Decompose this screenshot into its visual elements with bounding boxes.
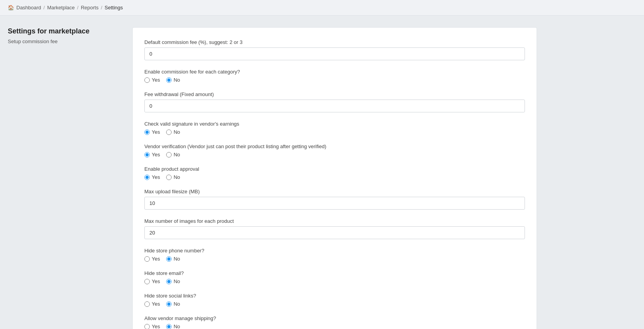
hide-store-email-yes[interactable]: Yes [144, 278, 160, 284]
commission-fee-input[interactable] [144, 47, 525, 60]
breadcrumb-marketplace-link[interactable]: Marketplace [47, 5, 75, 10]
enable-product-approval-yes-label: Yes [152, 174, 160, 180]
breadcrumb-home-link[interactable]: Dashboard [16, 5, 41, 10]
enable-product-approval-yes[interactable]: Yes [144, 174, 160, 180]
enable-product-approval-no-label: No [174, 174, 180, 180]
hide-store-social-yes[interactable]: Yes [144, 301, 160, 307]
check-valid-signature-no[interactable]: No [166, 129, 180, 135]
breadcrumb-current: Settings [105, 5, 123, 10]
hide-store-social-radios: Yes No [144, 301, 525, 307]
enable-product-approval-no-radio[interactable] [166, 175, 172, 180]
enable-commission-category-yes-label: Yes [152, 77, 160, 83]
hide-store-social-yes-radio[interactable] [144, 301, 150, 307]
allow-vendor-shipping-group: Allow vendor manage shipping? Yes No [144, 315, 525, 329]
check-valid-signature-yes[interactable]: Yes [144, 129, 160, 135]
breadcrumb-sep-1: / [44, 5, 45, 10]
enable-product-approval-label: Enable product approval [144, 166, 525, 172]
enable-product-approval-group: Enable product approval Yes No [144, 166, 525, 180]
enable-commission-category-radios: Yes No [144, 77, 525, 83]
enable-commission-category-label: Enable commission fee for each category? [144, 69, 525, 75]
max-upload-filesize-group: Max upload filesize (MB) [144, 189, 525, 210]
hide-store-social-no-label: No [174, 301, 180, 307]
vendor-verification-no-radio[interactable] [166, 152, 172, 158]
breadcrumb-sep-2: / [77, 5, 79, 10]
vendor-verification-label: Vendor verification (Vendor just can pos… [144, 144, 525, 149]
hide-store-social-yes-label: Yes [152, 301, 160, 307]
check-valid-signature-radios: Yes No [144, 129, 525, 135]
hide-store-social-no-radio[interactable] [166, 301, 172, 307]
fee-withdrawal-input[interactable] [144, 100, 525, 112]
breadcrumb-reports-link[interactable]: Reports [81, 5, 99, 10]
hide-store-phone-label: Hide store phone number? [144, 248, 525, 254]
allow-vendor-shipping-no-label: No [174, 324, 180, 329]
enable-commission-category-no[interactable]: No [166, 77, 180, 83]
hide-store-phone-yes-label: Yes [152, 256, 160, 262]
page-layout: Settings for marketplace Setup commissio… [0, 16, 545, 329]
hide-store-email-radios: Yes No [144, 278, 525, 284]
check-valid-signature-yes-radio[interactable] [144, 130, 150, 135]
allow-vendor-shipping-yes[interactable]: Yes [144, 324, 160, 329]
allow-vendor-shipping-no-radio[interactable] [166, 324, 172, 329]
allow-vendor-shipping-yes-radio[interactable] [144, 324, 150, 329]
enable-product-approval-radios: Yes No [144, 174, 525, 180]
max-images-group: Max number of images for each product [144, 218, 525, 239]
vendor-verification-yes-label: Yes [152, 152, 160, 158]
main-content: Default commission fee (%), suggest: 2 o… [132, 27, 537, 329]
vendor-verification-yes-radio[interactable] [144, 152, 150, 158]
sidebar: Settings for marketplace Setup commissio… [8, 27, 132, 329]
enable-commission-category-group: Enable commission fee for each category?… [144, 69, 525, 83]
hide-store-social-group: Hide store social links? Yes No [144, 293, 525, 307]
vendor-verification-radios: Yes No [144, 152, 525, 158]
hide-store-phone-radios: Yes No [144, 256, 525, 262]
fee-withdrawal-group: Fee withdrawal (Fixed amount) [144, 91, 525, 112]
hide-store-email-no-label: No [174, 278, 180, 284]
vendor-verification-no-label: No [174, 152, 180, 158]
max-images-input[interactable] [144, 226, 525, 239]
max-upload-filesize-input[interactable] [144, 197, 525, 210]
hide-store-email-yes-radio[interactable] [144, 279, 150, 284]
hide-store-phone-no-label: No [174, 256, 180, 262]
check-valid-signature-no-label: No [174, 129, 180, 135]
check-valid-signature-label: Check valid signature in vendor's earnin… [144, 121, 525, 127]
vendor-verification-yes[interactable]: Yes [144, 152, 160, 158]
vendor-verification-group: Vendor verification (Vendor just can pos… [144, 144, 525, 158]
enable-commission-category-yes-radio[interactable] [144, 77, 150, 83]
hide-store-phone-no-radio[interactable] [166, 256, 172, 262]
hide-store-email-label: Hide store email? [144, 270, 525, 276]
check-valid-signature-no-radio[interactable] [166, 130, 172, 135]
max-images-label: Max number of images for each product [144, 218, 525, 224]
enable-commission-category-yes[interactable]: Yes [144, 77, 160, 83]
allow-vendor-shipping-label: Allow vendor manage shipping? [144, 315, 525, 321]
sidebar-title: Settings for marketplace [8, 27, 117, 35]
hide-store-email-yes-label: Yes [152, 278, 160, 284]
max-upload-filesize-label: Max upload filesize (MB) [144, 189, 525, 194]
hide-store-email-no-radio[interactable] [166, 279, 172, 284]
enable-product-approval-no[interactable]: No [166, 174, 180, 180]
allow-vendor-shipping-no[interactable]: No [166, 324, 180, 329]
hide-store-email-group: Hide store email? Yes No [144, 270, 525, 284]
home-icon: 🏠 [8, 5, 14, 10]
sidebar-subtitle: Setup commission fee [8, 38, 117, 44]
vendor-verification-no[interactable]: No [166, 152, 180, 158]
hide-store-phone-yes-radio[interactable] [144, 256, 150, 262]
check-valid-signature-group: Check valid signature in vendor's earnin… [144, 121, 525, 135]
allow-vendor-shipping-yes-label: Yes [152, 324, 160, 329]
breadcrumb: 🏠 Dashboard / Marketplace / Reports / Se… [0, 0, 644, 16]
enable-commission-category-no-radio[interactable] [166, 77, 172, 83]
hide-store-social-label: Hide store social links? [144, 293, 525, 299]
enable-product-approval-yes-radio[interactable] [144, 175, 150, 180]
commission-fee-group: Default commission fee (%), suggest: 2 o… [144, 39, 525, 60]
hide-store-email-no[interactable]: No [166, 278, 180, 284]
allow-vendor-shipping-radios: Yes No [144, 324, 525, 329]
enable-commission-category-no-label: No [174, 77, 180, 83]
check-valid-signature-yes-label: Yes [152, 129, 160, 135]
fee-withdrawal-label: Fee withdrawal (Fixed amount) [144, 91, 525, 97]
hide-store-phone-no[interactable]: No [166, 256, 180, 262]
hide-store-phone-yes[interactable]: Yes [144, 256, 160, 262]
breadcrumb-sep-3: / [101, 5, 102, 10]
commission-fee-label: Default commission fee (%), suggest: 2 o… [144, 39, 525, 45]
hide-store-phone-group: Hide store phone number? Yes No [144, 248, 525, 262]
hide-store-social-no[interactable]: No [166, 301, 180, 307]
